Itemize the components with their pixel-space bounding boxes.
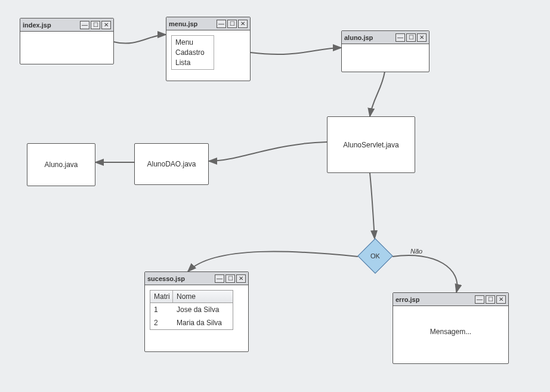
edge-label-no: Não (410, 248, 422, 255)
box-aluno-servlet: AlunoServlet.java (327, 116, 415, 173)
window-title: index.jsp (23, 21, 80, 29)
diagram-canvas: index.jsp — ☐ ✕ menu.jsp — ☐ ✕ Menu Cada… (0, 0, 550, 392)
decision-label: OK (370, 252, 380, 260)
window-buttons: — ☐ ✕ (215, 274, 246, 283)
cell-nome: Maria da Silva (173, 317, 233, 328)
menu-list: Menu Cadastro Lista (171, 35, 214, 70)
box-label: AlunoDAO.java (147, 160, 196, 168)
window-menu-jsp: menu.jsp — ☐ ✕ Menu Cadastro Lista (166, 17, 251, 81)
window-title: menu.jsp (169, 20, 217, 27)
window-title: sucesso.jsp (147, 275, 215, 282)
table-row: 2 Maria da Silva (150, 316, 233, 329)
window-body: Menu Cadastro Lista (166, 30, 250, 81)
close-icon[interactable]: ✕ (417, 33, 427, 42)
window-title: erro.jsp (395, 296, 475, 303)
titlebar: erro.jsp — ☐ ✕ (393, 293, 508, 306)
box-aluno-dao: AlunoDAO.java (134, 143, 209, 185)
window-buttons: — ☐ ✕ (217, 20, 248, 28)
window-aluno-jsp: aluno.jsp — ☐ ✕ (341, 30, 430, 72)
maximize-icon[interactable]: ☐ (486, 295, 495, 304)
minimize-icon[interactable]: — (80, 21, 89, 29)
th-nome: Nome (173, 291, 233, 303)
table-row: 1 Jose da Silva (150, 303, 233, 316)
maximize-icon[interactable]: ☐ (406, 33, 416, 42)
window-body: Matri Nome 1 Jose da Silva 2 Maria da Si… (145, 285, 248, 351)
window-buttons: — ☐ ✕ (395, 33, 427, 42)
menu-item: Menu (175, 38, 210, 48)
minimize-icon[interactable]: — (215, 274, 224, 283)
maximize-icon[interactable]: ☐ (227, 20, 237, 28)
close-icon[interactable]: ✕ (101, 21, 111, 29)
table-header: Matri Nome (150, 291, 233, 303)
box-aluno: Aluno.java (27, 143, 95, 186)
window-buttons: — ☐ ✕ (80, 21, 111, 29)
minimize-icon[interactable]: — (395, 33, 405, 42)
minimize-icon[interactable]: — (475, 295, 484, 304)
window-body: Mensagem... (393, 306, 508, 363)
th-matri: Matri (150, 291, 173, 303)
box-label: AlunoServlet.java (343, 141, 398, 149)
window-erro-jsp: erro.jsp — ☐ ✕ Mensagem... (393, 292, 509, 364)
minimize-icon[interactable]: — (217, 20, 226, 28)
maximize-icon[interactable]: ☐ (91, 21, 100, 29)
window-sucesso-jsp: sucesso.jsp — ☐ ✕ Matri Nome 1 Jose da S… (144, 271, 249, 352)
window-index-jsp: index.jsp — ☐ ✕ (20, 18, 114, 64)
close-icon[interactable]: ✕ (496, 295, 506, 304)
window-body (342, 44, 429, 72)
window-title: aluno.jsp (344, 34, 395, 41)
cell-nome: Jose da Silva (173, 304, 233, 315)
close-icon[interactable]: ✕ (238, 20, 248, 28)
cell-matri: 2 (150, 317, 173, 328)
maximize-icon[interactable]: ☐ (225, 274, 235, 283)
decision-ok: OK (358, 239, 393, 273)
titlebar: menu.jsp — ☐ ✕ (166, 17, 250, 30)
error-message: Mensagem... (398, 328, 503, 336)
menu-item: Cadastro (175, 48, 210, 58)
window-buttons: — ☐ ✕ (475, 295, 506, 304)
cell-matri: 1 (150, 304, 173, 315)
success-table: Matri Nome 1 Jose da Silva 2 Maria da Si… (150, 290, 233, 330)
close-icon[interactable]: ✕ (236, 274, 246, 283)
titlebar: index.jsp — ☐ ✕ (20, 18, 113, 32)
titlebar: sucesso.jsp — ☐ ✕ (145, 272, 248, 285)
menu-item: Lista (175, 58, 210, 68)
titlebar: aluno.jsp — ☐ ✕ (342, 31, 429, 44)
window-body (20, 32, 113, 64)
box-label: Aluno.java (44, 160, 78, 169)
